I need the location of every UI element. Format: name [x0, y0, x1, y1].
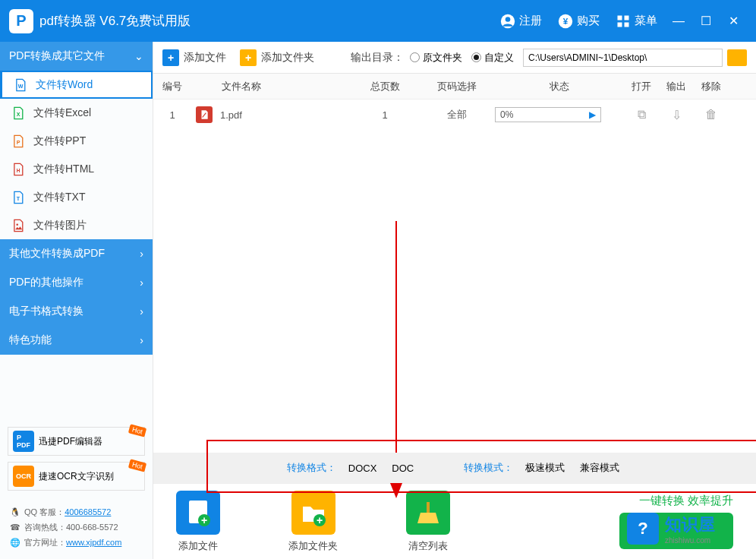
svg-text:¥: ¥ [563, 16, 569, 26]
qq-icon: 🐧 [9, 506, 21, 518]
trash-icon[interactable]: 🗑 [705, 108, 717, 121]
radio-docx[interactable]: DOCX [348, 463, 377, 474]
output-dir-label: 输出目录： [351, 51, 404, 65]
buy-button[interactable]: ¥ 购买 [557, 13, 600, 30]
radio-fast-mode[interactable]: 极速模式 [525, 461, 565, 475]
add-folder-button[interactable]: + 添加文件夹 [240, 49, 314, 66]
output-path-input[interactable] [523, 49, 723, 67]
phone-icon: ☎ [9, 521, 21, 533]
svg-text:P: P [17, 139, 20, 144]
app-title: pdf转换器 V6.7免费试用版 [39, 12, 191, 30]
html-icon: H [11, 162, 26, 177]
radio-doc[interactable]: DOC [392, 463, 414, 474]
chevron-right-icon: › [140, 276, 143, 289]
grid-icon [615, 13, 632, 30]
format-label: 转换格式： [287, 461, 336, 475]
sidebar-item-label: 文件转Excel [33, 106, 91, 120]
titlebar: P pdf转换器 V6.7免费试用版 注册 ¥ 购买 菜单 — ☐ ✕ [0, 0, 756, 42]
chevron-right-icon: › [140, 248, 143, 260]
yen-icon: ¥ [557, 13, 574, 30]
radio-custom-folder[interactable]: 自定义 [471, 51, 514, 65]
sidebar-item-word[interactable]: W 文件转Word [0, 71, 153, 99]
ppt-icon: P [11, 134, 26, 149]
excel-icon: X [11, 106, 26, 121]
page-selection[interactable]: 全部 [419, 108, 495, 122]
svg-rect-6 [618, 22, 622, 27]
register-button[interactable]: 注册 [499, 13, 542, 30]
sidebar-item-excel[interactable]: X 文件转Excel [0, 99, 153, 127]
hot-badge: Hot [128, 459, 146, 472]
user-icon [499, 13, 516, 30]
add-file-big-button[interactable]: + 添加文件 [176, 491, 220, 553]
category-special[interactable]: 特色功能› [0, 326, 153, 355]
sidebar-item-label: 文件转HTML [33, 163, 94, 176]
format-bar: 转换格式： DOCX DOC 转换模式： 极速模式 兼容模式 [153, 453, 756, 483]
svg-point-13 [16, 223, 18, 226]
category-other-to-pdf[interactable]: 其他文件转换成PDF› [0, 239, 153, 268]
add-folder-icon: + [291, 491, 335, 535]
svg-text:+: + [316, 514, 322, 526]
category-pdf-to-other[interactable]: PDF转换成其它文件 ⌄ [0, 42, 153, 71]
svg-rect-5 [625, 15, 629, 20]
svg-text:W: W [18, 83, 24, 88]
category-pdf-other-ops[interactable]: PDF的其他操作› [0, 268, 153, 297]
svg-point-1 [506, 17, 511, 22]
promo-ocr[interactable]: OCR 捷速OCR文字识别 Hot [8, 462, 145, 491]
chevron-right-icon: › [140, 334, 143, 346]
app-logo-icon: P [9, 9, 33, 33]
category-ebook[interactable]: 电子书格式转换› [0, 297, 153, 326]
sidebar-item-txt[interactable]: T 文件转TXT [0, 183, 153, 211]
bottom-bar: + 添加文件 + 添加文件夹 清空列表 一键转换 效率提升 [153, 483, 756, 559]
svg-text:X: X [17, 111, 20, 116]
sidebar-item-label: 文件转TXT [33, 191, 85, 204]
website-link[interactable]: www.xjpdf.com [66, 538, 121, 547]
txt-icon: T [11, 190, 26, 205]
menu-button[interactable]: 菜单 [615, 13, 657, 30]
contact-info: 🐧QQ 客服：4006685572 ☎咨询热线：400-668-5572 🌐官方… [0, 503, 153, 559]
svg-rect-4 [618, 15, 622, 20]
radio-compat-mode[interactable]: 兼容模式 [580, 461, 619, 475]
radio-source-folder[interactable]: 原文件夹 [410, 51, 462, 65]
browse-folder-button[interactable] [727, 49, 747, 66]
minimize-button[interactable]: — [665, 14, 692, 28]
svg-text:H: H [17, 167, 20, 172]
mode-label: 转换模式： [464, 461, 513, 475]
table-header: 编号 文件名称 总页数 页码选择 状态 打开 输出 移除 [153, 74, 756, 99]
table-row[interactable]: 1 1.pdf 1 全部 0% ▶ ⧉ ⇩ 🗑 [153, 99, 756, 130]
export-icon[interactable]: ⇩ [672, 109, 682, 122]
chevron-right-icon: › [140, 305, 143, 317]
add-file-button[interactable]: + 添加文件 [162, 49, 226, 66]
qq-link[interactable]: 4006685572 [65, 507, 111, 516]
sidebar-item-html[interactable]: H 文件转HTML [0, 155, 153, 183]
convert-hint: 一键转换 效率提升 [619, 494, 733, 508]
convert-button[interactable] [619, 513, 733, 549]
toolbar: + 添加文件 + 添加文件夹 输出目录： 原文件夹 自定义 [153, 42, 756, 74]
sidebar-item-ppt[interactable]: P 文件转PPT [0, 127, 153, 155]
radio-icon [410, 52, 420, 62]
add-file-icon: + [176, 491, 220, 535]
open-icon[interactable]: ⧉ [638, 108, 646, 121]
svg-text:+: + [201, 514, 207, 526]
broom-icon [406, 491, 450, 535]
maximize-button[interactable]: ☐ [692, 14, 720, 28]
plus-icon: + [162, 49, 179, 66]
image-icon [11, 218, 26, 233]
add-folder-big-button[interactable]: + 添加文件夹 [288, 491, 338, 553]
sidebar-item-label: 文件转图片 [33, 219, 87, 232]
page-count: 1 [351, 109, 419, 121]
promo-pdf-editor[interactable]: PPDF 迅捷PDF编辑器 Hot [8, 427, 145, 456]
pdf-editor-icon: PPDF [13, 431, 34, 452]
sidebar-item-label: 文件转PPT [33, 134, 86, 148]
clear-list-button[interactable]: 清空列表 [406, 491, 450, 553]
close-button[interactable]: ✕ [720, 14, 747, 28]
sidebar-item-image[interactable]: 文件转图片 [0, 211, 153, 239]
radio-icon [471, 52, 481, 62]
svg-text:T: T [17, 195, 20, 201]
ie-icon: 🌐 [9, 536, 21, 548]
progress-bar[interactable]: 0% ▶ [495, 107, 601, 122]
file-name: 1.pdf [220, 109, 242, 121]
sidebar-item-label: 文件转Word [36, 78, 93, 92]
sidebar: PDF转换成其它文件 ⌄ W 文件转Word X 文件转Excel P 文件转P… [0, 42, 153, 559]
play-icon: ▶ [589, 109, 596, 120]
svg-rect-21 [427, 502, 430, 513]
